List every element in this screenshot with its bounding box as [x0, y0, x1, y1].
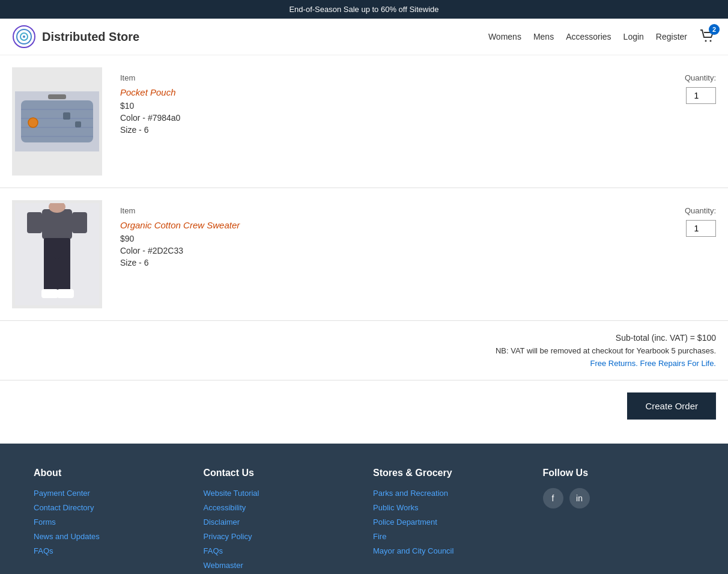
footer-link-faqs-about[interactable]: FAQs	[34, 546, 53, 555]
item-name-1: Pocket Pouch	[120, 87, 644, 97]
footer: About Payment Center Contact Directory F…	[0, 444, 728, 574]
svg-rect-21	[44, 257, 56, 292]
footer-follow: Follow Us f in	[543, 468, 695, 574]
free-returns: Free Returns. Free Repairs For Life.	[12, 359, 716, 368]
nav-mens[interactable]: Mens	[533, 32, 554, 41]
svg-rect-18	[27, 212, 42, 233]
footer-link-privacy[interactable]: Privacy Policy	[204, 532, 252, 541]
logo-text: Distributed Store	[42, 30, 139, 44]
footer-link-forms[interactable]: Forms	[34, 518, 56, 527]
list-item: Fire	[373, 531, 525, 541]
quantity-input-1[interactable]	[686, 87, 716, 104]
order-section: Create Order	[0, 380, 728, 432]
footer-link-news[interactable]: News and Updates	[34, 532, 100, 541]
footer-stores-heading: Stores & Grocery	[373, 468, 525, 478]
nav-login[interactable]: Login	[623, 32, 644, 41]
footer-link-parks[interactable]: Parks and Recreation	[373, 489, 448, 498]
vat-note: NB: VAT will be removed at checkout for …	[12, 346, 716, 355]
item-price-1: $10	[120, 101, 644, 111]
footer-link-tutorial[interactable]: Website Tutorial	[204, 489, 259, 498]
header: Distributed Store Womens Mens Accessorie…	[0, 19, 728, 55]
linkedin-button[interactable]: in	[569, 488, 590, 508]
cart-item-2: Item Organic Cotton Crew Sweater $90 Col…	[0, 188, 728, 321]
svg-rect-17	[42, 209, 72, 239]
cart-item-1: Item Pocket Pouch $10 Color - #7984a0 Si…	[0, 55, 728, 188]
list-item: Disclaimer	[204, 517, 356, 527]
item-image-1	[12, 67, 102, 176]
svg-rect-22	[58, 257, 70, 292]
list-item: News and Updates	[34, 531, 186, 541]
item-quantity-2: Quantity:	[644, 200, 716, 237]
footer-stores-list: Parks and Recreation Public Works Police…	[373, 488, 525, 555]
facebook-button[interactable]: f	[543, 488, 563, 508]
footer-link-public-works[interactable]: Public Works	[373, 503, 419, 512]
nav-area: Womens Mens Accessories Login Register 2	[488, 28, 716, 46]
quantity-label-1: Quantity:	[685, 73, 716, 82]
item-size-2: Size - 6	[120, 258, 644, 267]
cart-badge: 2	[709, 24, 720, 35]
item-label-2: Item	[120, 206, 644, 215]
item-quantity-1: Quantity:	[644, 67, 716, 104]
create-order-button[interactable]: Create Order	[627, 392, 716, 420]
svg-rect-19	[72, 212, 87, 233]
item-color-1: Color - #7984a0	[120, 113, 644, 123]
footer-link-webmaster[interactable]: Webmaster	[204, 561, 243, 570]
subtotal-line: Sub-total (inc. VAT) = $100	[12, 333, 716, 343]
nav-womens[interactable]: Womens	[488, 32, 521, 41]
logo-area: Distributed Store	[12, 25, 139, 49]
item-price-2: $90	[120, 234, 644, 243]
list-item: Privacy Policy	[204, 531, 356, 541]
footer-link-disclaimer[interactable]: Disclaimer	[204, 518, 240, 527]
item-details-2: Item Organic Cotton Crew Sweater $90 Col…	[102, 200, 644, 267]
sweater-image	[15, 203, 99, 305]
list-item: Webmaster	[204, 560, 356, 570]
footer-link-contact-dir[interactable]: Contact Directory	[34, 503, 94, 512]
footer-contact-heading: Contact Us	[204, 468, 356, 478]
footer-link-police[interactable]: Police Department	[373, 518, 437, 527]
list-item: Contact Directory	[34, 502, 186, 512]
list-item: Parks and Recreation	[373, 488, 525, 498]
top-banner: End-of-Season Sale up to 60% off Sitewid…	[0, 0, 728, 19]
svg-point-3	[23, 35, 25, 38]
footer-link-fire[interactable]: Fire	[373, 532, 386, 541]
list-item: Payment Center	[34, 488, 186, 498]
list-item: Police Department	[373, 517, 525, 527]
list-item: Website Tutorial	[204, 488, 356, 498]
pouch-image	[15, 91, 99, 151]
quantity-label-2: Quantity:	[685, 206, 716, 215]
summary-section: Sub-total (inc. VAT) = $100 NB: VAT will…	[0, 321, 728, 380]
footer-about: About Payment Center Contact Directory F…	[34, 468, 186, 574]
item-size-1: Size - 6	[120, 125, 644, 135]
quantity-input-2[interactable]	[686, 220, 716, 237]
svg-rect-15	[75, 121, 81, 127]
footer-link-faqs-contact[interactable]: FAQs	[204, 546, 223, 555]
item-details-1: Item Pocket Pouch $10 Color - #7984a0 Si…	[102, 67, 644, 135]
footer-link-accessibility[interactable]: Accessibility	[204, 503, 246, 512]
list-item: FAQs	[34, 546, 186, 555]
nav-accessories[interactable]: Accessories	[566, 32, 611, 41]
footer-contact: Contact Us Website Tutorial Accessibilit…	[204, 468, 356, 574]
svg-point-5	[710, 40, 712, 41]
banner-text: End-of-Season Sale up to 60% off Sitewid…	[289, 5, 438, 14]
list-item: FAQs	[204, 546, 356, 555]
svg-point-4	[705, 40, 707, 41]
logo-icon	[12, 25, 36, 49]
item-color-2: Color - #2D2C33	[120, 246, 644, 255]
svg-rect-14	[63, 112, 70, 120]
list-item: Forms	[34, 517, 186, 527]
footer-stores: Stores & Grocery Parks and Recreation Pu…	[373, 468, 525, 574]
cart-button[interactable]: 2	[699, 28, 716, 46]
nav-register[interactable]: Register	[656, 32, 687, 41]
svg-rect-12	[48, 94, 66, 99]
list-item: Mayor and City Council	[373, 546, 525, 555]
footer-about-heading: About	[34, 468, 186, 478]
main-content: Item Pocket Pouch $10 Color - #7984a0 Si…	[0, 55, 728, 432]
footer-grid: About Payment Center Contact Directory F…	[34, 468, 694, 574]
footer-link-mayor[interactable]: Mayor and City Council	[373, 546, 453, 555]
social-icons: f in	[543, 488, 695, 508]
item-name-2: Organic Cotton Crew Sweater	[120, 220, 644, 230]
footer-follow-heading: Follow Us	[543, 468, 695, 478]
svg-point-13	[28, 118, 38, 127]
footer-link-payment[interactable]: Payment Center	[34, 489, 90, 498]
svg-rect-23	[41, 289, 58, 298]
